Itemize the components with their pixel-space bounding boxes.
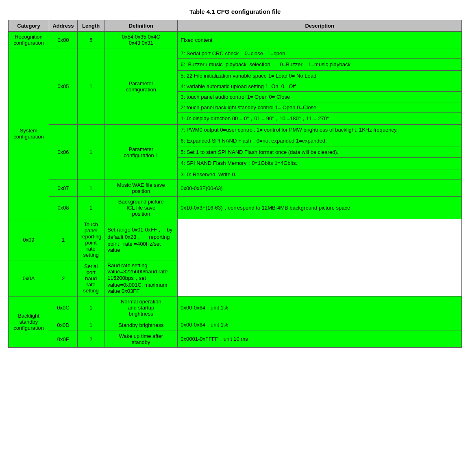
cell-address-0a: 0x0A — [9, 260, 49, 296]
cell-desc-05-7: 1-.0: display direction 00 = 0°，01 = 90°… — [178, 113, 462, 125]
cell-length-08: 1 — [78, 197, 104, 219]
table-row: Recognitionconfiguration 0x00 5 0x54 0x3… — [9, 32, 462, 48]
cell-length-05: 1 — [78, 48, 104, 125]
cell-def-0a: Serial port baud ratesetting — [78, 260, 104, 296]
cell-desc-05-2: 6: Buzzer / music playback selection， 0=… — [178, 59, 462, 71]
cell-desc-0a: Baud rate setting value=3225600/baud rat… — [104, 260, 178, 296]
cell-category: Recognitionconfiguration — [9, 32, 49, 48]
cell-address-0e: 0x0E — [49, 331, 78, 348]
cell-desc-06-4: 4: SPI NAND Flash Memory：0=1Gbits 1=4Gbi… — [178, 158, 462, 169]
cell-length-09: 1 — [49, 219, 78, 260]
cell-address: 0x00 — [49, 32, 78, 48]
cell-length-07: 1 — [78, 180, 104, 197]
cell-desc-06-1: 7: PWM0 output 0=user control, 1= contro… — [178, 125, 462, 135]
cell-length-0d: 1 — [78, 319, 104, 331]
cell-address-08: 0x08 — [49, 197, 78, 219]
cell-def-09: Touch panelreporting point ratesetting — [78, 219, 104, 260]
cell-desc-0c: 0x00-0x64，unit 1% — [178, 296, 462, 319]
cell-desc-05-3: 5: 22 File initialization variable space… — [178, 71, 462, 81]
cell-desc-09: Set range 0x01-0xFF， by default 0x28， re… — [104, 219, 178, 260]
cell-def-08: Background pictureICL file saveposition — [104, 197, 178, 219]
cell-desc-06-2: 6: Expanded SPI NAND Flash，0=not expande… — [178, 135, 462, 147]
header-length: Length — [78, 20, 104, 32]
cell-address-0d: 0x0D — [49, 319, 78, 331]
cell-def-07: Music WAE file saveposition — [104, 180, 178, 197]
cell-desc-05-4: 4: variable automatic upload setting 1=O… — [178, 81, 462, 92]
cell-address-07: 0x07 — [49, 180, 78, 197]
cell-desc-05-6: 2: touch panel backlight standby control… — [178, 102, 462, 113]
table-row: 0x0A 2 Serial port baud ratesetting Baud… — [9, 260, 462, 296]
cell-def-0c: Normal operationand startupbrightness — [104, 296, 178, 319]
config-table-main: Category Address Length Definition Descr… — [8, 20, 462, 348]
cell-address-05: 0x05 — [49, 48, 78, 125]
cell-address-06: 0x06 — [49, 125, 78, 180]
cell-length-0a: 2 — [49, 260, 78, 296]
cell-description: Fixed content — [178, 32, 462, 48]
cell-desc-0e: 0x0001-0xFFFF，unit 10 ms — [178, 331, 462, 348]
table-row: 0x08 1 Background pictureICL file savepo… — [9, 197, 462, 219]
cell-address-09: 0x09 — [9, 219, 49, 260]
cell-desc-08: 0x10-0x3F(16-63)，correspond to 12MB-4MB … — [178, 197, 462, 219]
cell-desc-05-1: 7: Serial port CRC check 0=close 1=open — [178, 48, 462, 59]
cell-desc-05-5: 3: touch panel audio control 1= Open 0= … — [178, 92, 462, 102]
cell-desc-06-5: 3-.0: Reserved. Write 0. — [178, 169, 462, 180]
page-title: Table 4.1 CFG configuration file — [8, 8, 462, 15]
cell-desc-07: 0x00-0x3F(00-63) — [178, 180, 462, 197]
cell-def-06: Parameterconfiguration 1 — [104, 125, 178, 180]
table-row: 0x09 1 Touch panelreporting point ratese… — [9, 219, 462, 260]
cell-def-05: Parameterconfiguration — [104, 48, 178, 125]
table-row: Backlightstandbyconfiguration 0x0C 1 Nor… — [9, 296, 462, 319]
header-definition: Definition — [104, 20, 178, 32]
cell-address-0c: 0x0C — [49, 296, 78, 319]
cell-category-system: Systemconfiguration — [9, 48, 49, 219]
cell-length-06: 1 — [78, 125, 104, 180]
cell-def-0e: Wake up time afterstandby — [104, 331, 178, 348]
table-row: 0x0E 2 Wake up time afterstandby 0x0001-… — [9, 331, 462, 348]
header-description: Description — [178, 20, 462, 32]
table-row: 0x0D 1 Standby brightness 0x00-0x64，unit… — [9, 319, 462, 331]
header-category: Category — [9, 20, 49, 32]
cell-definition: 0x54 0x35 0x4C0x43 0x31 — [104, 32, 178, 48]
header-address: Address — [49, 20, 78, 32]
cell-def-0d: Standby brightness — [104, 319, 178, 331]
cell-category-backlight: Backlightstandbyconfiguration — [9, 296, 49, 348]
table-row: Systemconfiguration 0x05 1 Parameterconf… — [9, 48, 462, 59]
table-row: 0x06 1 Parameterconfiguration 1 7: PWM0 … — [9, 125, 462, 135]
cell-desc-0d: 0x00-0x64，unit 1% — [178, 319, 462, 331]
table-row: 0x07 1 Music WAE file saveposition 0x00-… — [9, 180, 462, 197]
cell-length-0e: 2 — [78, 331, 104, 348]
cell-length-0c: 1 — [78, 296, 104, 319]
cell-length: 5 — [78, 32, 104, 48]
cell-desc-06-3: 5: Set 1 to start SPI NAND Flash format … — [178, 147, 462, 158]
